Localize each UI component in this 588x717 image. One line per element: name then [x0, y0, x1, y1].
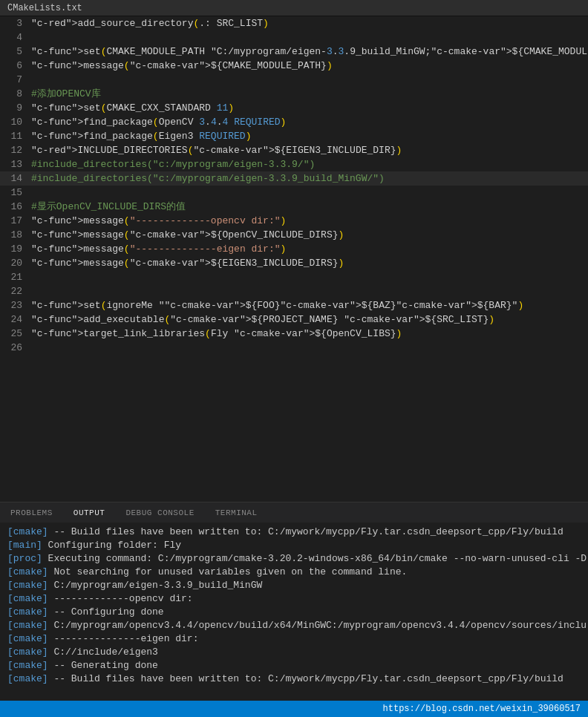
line-number: 16	[0, 200, 31, 214]
code-line: 19"c-func">message("--------------eigen …	[0, 242, 588, 256]
line-number: 12	[0, 143, 31, 157]
line-content: "c-func">find_package(OpenCV 3.4.4 REQUI…	[31, 115, 588, 129]
title-bar: CMakeLists.txt	[0, 0, 588, 16]
output-line: [cmake] C://include/eigen3	[0, 646, 588, 659]
line-content: "c-func">message("--------------eigen di…	[31, 242, 588, 256]
code-line: 6"c-func">message("c-cmake-var">${CMAKE_…	[0, 59, 588, 73]
line-number: 13	[0, 157, 31, 171]
line-number: 15	[0, 186, 31, 200]
line-number: 6	[0, 59, 31, 73]
title-bar-text: CMakeLists.txt	[7, 3, 82, 13]
line-number: 4	[0, 30, 31, 45]
line-number: 8	[0, 87, 31, 101]
line-content: "c-red">add_source_directory(.: SRC_LIST…	[31, 16, 588, 30]
code-line: 18"c-func">message("c-cmake-var">${OpenC…	[0, 228, 588, 242]
line-number: 19	[0, 242, 31, 256]
output-line: [cmake] -- Build files have been written…	[0, 672, 588, 686]
line-number: 23	[0, 298, 31, 312]
line-number: 21	[0, 270, 31, 284]
code-line: 26	[0, 341, 588, 355]
panel-tab-output[interactable]: OUTPUT	[63, 502, 116, 523]
line-number: 11	[0, 129, 31, 143]
status-bar: https://blog.csdn.net/weixin_39060517	[0, 701, 588, 717]
code-container[interactable]: 3"c-red">add_source_directory(.: SRC_LIS…	[0, 16, 588, 502]
output-line: [cmake] -- Configuring done	[0, 606, 588, 619]
line-content: "c-func">target_link_libraries(Fly "c-cm…	[31, 327, 588, 341]
line-content: #include_directories("c:/myprogram/eigen…	[31, 171, 588, 186]
code-line: 11"c-func">find_package(Eigen3 REQUIRED)	[0, 129, 588, 143]
code-line: 22	[0, 284, 588, 298]
code-line: 9"c-func">set(CMAKE_CXX_STANDARD 11)	[0, 101, 588, 115]
code-line: 16#显示OpenCV_INCLUDE_DIRS的值	[0, 200, 588, 214]
line-content: "c-func">message("c-cmake-var">${EIGEN3_…	[31, 256, 588, 270]
output-line: [cmake] -- Generating done	[0, 659, 588, 672]
code-line: 21	[0, 270, 588, 284]
line-content: #include_directories("c:/myprogram/eigen…	[31, 157, 588, 171]
line-content: "c-func">set(CMAKE_MODULE_PATH "C:/mypro…	[31, 45, 588, 59]
line-number: 5	[0, 45, 31, 59]
code-line: 12"c-red">INCLUDE_DIRECTORIES("c-cmake-v…	[0, 143, 588, 157]
code-line: 15	[0, 186, 588, 200]
code-line: 5"c-func">set(CMAKE_MODULE_PATH "C:/mypr…	[0, 45, 588, 59]
line-number: 7	[0, 73, 31, 87]
line-content: "c-func">message("c-cmake-var">${OpenCV_…	[31, 228, 588, 242]
output-line: [cmake] ---------------eigen dir:	[0, 632, 588, 646]
line-number: 3	[0, 16, 31, 30]
code-line: 8#添加OPENCV库	[0, 87, 588, 101]
output-line: [cmake] C:/myprogram/opencv3.4.4/opencv/…	[0, 619, 588, 632]
line-content: "c-func">find_package(Eigen3 REQUIRED)	[31, 129, 588, 143]
code-line: 14#include_directories("c:/myprogram/eig…	[0, 171, 588, 186]
code-line: 23"c-func">set(ignoreMe ""c-cmake-var">$…	[0, 298, 588, 312]
code-line: 13#include_directories("c:/myprogram/eig…	[0, 157, 588, 171]
output-line: [cmake] Not searching for unused variabl…	[0, 566, 588, 579]
line-number: 22	[0, 284, 31, 298]
code-line: 7	[0, 73, 588, 87]
line-number: 14	[0, 171, 31, 186]
editor-area: 3"c-red">add_source_directory(.: SRC_LIS…	[0, 16, 588, 502]
line-number: 20	[0, 256, 31, 270]
line-number: 18	[0, 228, 31, 242]
line-content: "c-func">message("c-cmake-var">${CMAKE_M…	[31, 59, 588, 73]
line-number: 10	[0, 115, 31, 129]
code-line: 4	[0, 30, 588, 45]
line-number: 9	[0, 101, 31, 115]
output-line: [main] Configuring folder: Fly	[0, 539, 588, 552]
line-content: #显示OpenCV_INCLUDE_DIRS的值	[31, 200, 588, 214]
output-line: [proc] Executing command: C:/myprogram/c…	[0, 552, 588, 566]
line-number: 26	[0, 341, 31, 355]
line-content: "c-red">INCLUDE_DIRECTORIES("c-cmake-var…	[31, 143, 588, 157]
line-number: 17	[0, 214, 31, 228]
line-content: "c-func">message("-------------opencv di…	[31, 214, 588, 228]
line-number: 24	[0, 312, 31, 327]
code-line: 25"c-func">target_link_libraries(Fly "c-…	[0, 327, 588, 341]
code-line: 17"c-func">message("-------------opencv …	[0, 214, 588, 228]
line-content: "c-func">add_executable("c-cmake-var">${…	[31, 312, 588, 327]
code-line: 10"c-func">find_package(OpenCV 3.4.4 REQ…	[0, 115, 588, 129]
panel-tab-terminal[interactable]: TERMINAL	[205, 502, 268, 523]
line-content: #添加OPENCV库	[31, 87, 588, 101]
output-line: [cmake] C:/myprogram/eigen-3.3.9_build_M…	[0, 579, 588, 592]
output-line: [cmake] -- Build files have been written…	[0, 526, 588, 539]
line-number: 25	[0, 327, 31, 341]
line-content: "c-func">set(ignoreMe ""c-cmake-var">${F…	[31, 298, 588, 312]
panel-tab-debug-console[interactable]: DEBUG CONSOLE	[115, 502, 204, 523]
code-line: 3"c-red">add_source_directory(.: SRC_LIS…	[0, 16, 588, 30]
output-panel: [cmake] -- Build files have been written…	[0, 523, 588, 701]
code-line: 20"c-func">message("c-cmake-var">${EIGEN…	[0, 256, 588, 270]
panel-tab-problems[interactable]: PROBLEMS	[0, 502, 63, 523]
status-bar-url: https://blog.csdn.net/weixin_39060517	[383, 704, 581, 714]
output-line: [cmake] -------------opencv dir:	[0, 592, 588, 606]
line-content: "c-func">set(CMAKE_CXX_STANDARD 11)	[31, 101, 588, 115]
panel-tabs: PROBLEMSOUTPUTDEBUG CONSOLETERMINAL	[0, 502, 588, 523]
code-line: 24"c-func">add_executable("c-cmake-var">…	[0, 312, 588, 327]
